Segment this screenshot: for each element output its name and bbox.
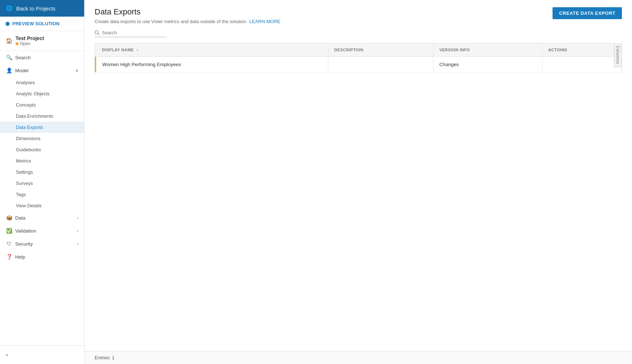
create-data-export-button[interactable]: CREATE DATA EXPORT [553,7,622,19]
model-nav-label: Model [15,68,29,73]
table-header-row: DISPLAY NAME ↑ DESCRIPTION VERSION INFO … [95,43,622,57]
sidebar-item-data-exports[interactable]: Data Exports [0,122,84,133]
preview-icon [6,22,9,26]
search-nav-item[interactable]: 🔍 Search [0,51,84,64]
search-bar-container [85,24,632,43]
model-nav-section[interactable]: 👤 Model ∨ [0,64,84,77]
data-nav-section[interactable]: 📦 Data › [0,211,84,224]
sidebar-item-guidebooks[interactable]: Guidebooks [0,144,84,155]
sidebar-item-metrics[interactable]: Metrics [0,155,84,166]
sidebar: 🌐 Back to Projects PREVIEW SOLUTION 🏠 Te… [0,0,85,364]
table-container: DISPLAY NAME ↑ DESCRIPTION VERSION INFO … [85,43,632,351]
chevron-down-icon: ∨ [75,68,78,73]
svg-line-1 [98,34,99,35]
project-name: Test Project [16,35,44,41]
sidebar-item-tags[interactable]: Tags [0,189,84,200]
security-nav-label: Security [15,241,33,247]
col-display-name: DISPLAY NAME ↑ [96,43,328,57]
page-title: Data Exports [95,7,280,17]
cell-version-info: Changes [433,57,542,73]
data-nav-label: Data [15,215,26,221]
preview-solution-button[interactable]: PREVIEW SOLUTION [0,17,84,31]
project-status-label: Open [20,41,30,46]
model-sub-items: Analyses Analytic Objects Concepts Data … [0,77,84,211]
cell-description [328,57,433,73]
sidebar-item-analyses[interactable]: Analyses [0,77,84,88]
search-nav-icon: 🔍 [6,55,12,60]
sidebar-item-data-enrichments[interactable]: Data Enrichments [0,110,84,122]
search-input[interactable] [102,30,167,35]
security-nav-section[interactable]: 🛡 Security › [0,237,84,250]
footer-bar: Entries: 1 [85,351,632,364]
page-subtitle: Create data exports to use Visier metric… [95,19,280,24]
search-icon [95,30,100,35]
data-icon: 📦 [6,215,12,221]
columns-tab-button[interactable]: Columns [614,43,622,67]
collapse-sidebar-button[interactable]: « [0,348,84,361]
entries-count: Entries: 1 [95,355,114,360]
search-wrapper [95,30,167,37]
sidebar-item-analytic-objects[interactable]: Analytic Objects [0,88,84,99]
cell-display-name: Women High Performing Employees [96,57,328,73]
help-nav-section[interactable]: ❓ Help [0,250,84,263]
table-row: Women High Performing Employees Changes [95,57,622,73]
subtitle-text: Create data exports to use Visier metric… [95,19,247,24]
sidebar-item-settings[interactable]: Settings [0,166,84,178]
sidebar-item-surveys[interactable]: Surveys [0,178,84,189]
data-chevron-right-icon: › [77,216,78,220]
security-chevron-right-icon: › [77,242,78,246]
validation-chevron-right-icon: › [77,229,78,233]
model-icon: 👤 [6,68,12,73]
security-icon: 🛡 [6,241,12,247]
data-exports-table: DISPLAY NAME ↑ DESCRIPTION VERSION INFO … [95,43,622,73]
sidebar-item-view-details[interactable]: View Details [0,200,84,211]
cell-actions [542,57,622,73]
validation-icon: ✅ [6,228,12,234]
col-actions: ACTIONS [542,43,622,57]
col-version-info: VERSION INFO [433,43,542,57]
sidebar-item-dimensions[interactable]: Dimensions [0,133,84,144]
back-to-projects-button[interactable]: 🌐 Back to Projects [0,0,84,17]
main-content: Data Exports Create data exports to use … [85,0,632,364]
project-section: 🏠 Test Project Open [0,31,84,51]
col-description: DESCRIPTION [328,43,433,57]
help-nav-label: Help [15,254,25,260]
preview-solution-label: PREVIEW SOLUTION [12,21,60,26]
globe-icon: 🌐 [6,5,13,12]
status-indicator [16,42,18,45]
validation-nav-section[interactable]: ✅ Validation › [0,224,84,237]
search-nav-label: Search [15,55,31,60]
sidebar-bottom: « [0,345,84,364]
sort-arrow-icon: ↑ [137,48,139,52]
back-button-label: Back to Projects [16,5,55,12]
sidebar-item-concepts[interactable]: Concepts [0,99,84,110]
validation-nav-label: Validation [15,228,36,234]
page-header: Data Exports Create data exports to use … [85,0,632,24]
help-icon: ❓ [6,254,12,260]
collapse-icon: « [6,352,8,358]
home-icon: 🏠 [6,38,13,44]
learn-more-link[interactable]: LEARN MORE [250,19,281,24]
